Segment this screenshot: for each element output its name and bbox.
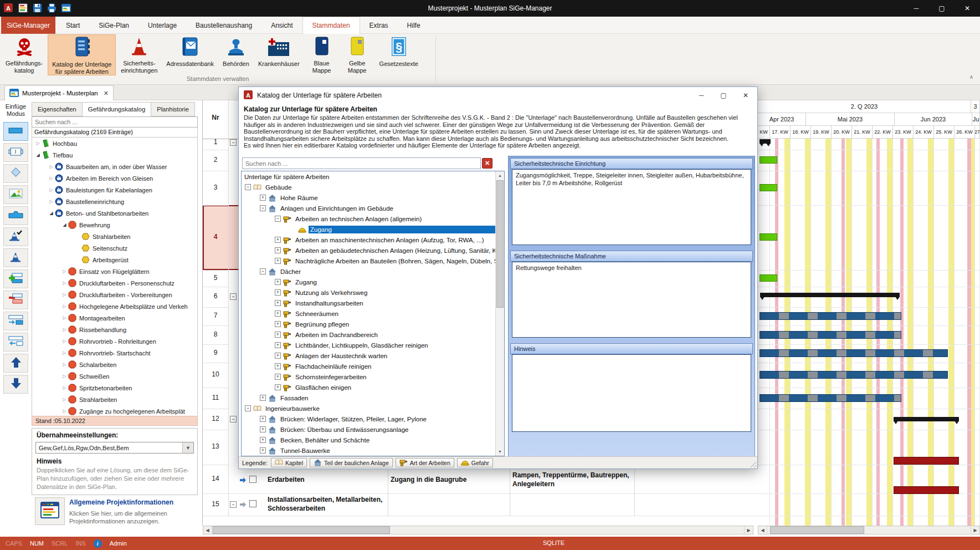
collapsed-icon[interactable]: ▷ <box>48 176 55 181</box>
tree-item-rohrvortrieb-startschacht[interactable]: ▷Rohrvortrieb- Startschacht <box>32 347 197 359</box>
row-collapse-icon[interactable]: − <box>230 293 237 300</box>
tool-bar-button[interactable] <box>3 122 28 141</box>
gantt-bar-seg[interactable] <box>760 371 948 379</box>
expand-icon[interactable]: + <box>275 342 281 348</box>
dialog-tree-item-anlagen-der-haustechnik-warten[interactable]: +Anlagen der Haustechnik warten <box>242 350 495 361</box>
tree-item-beton-und-stahlbetonarbeiten[interactable]: ◢Beton- und Stahlbetonarbeiten <box>32 207 197 219</box>
tree-item-druckluftarbeiten-personenschutz[interactable]: ▷Druckluftarbeiten - Personenschutz <box>32 277 197 289</box>
close-button[interactable]: ✕ <box>955 0 980 17</box>
row-number-6[interactable]: 6 <box>203 292 228 300</box>
tree-item-rissebehandlung[interactable]: ▷Rissebehandlung <box>32 324 197 335</box>
gantt-bar-sum[interactable] <box>894 417 959 421</box>
row-number-12[interactable]: 12 <box>203 415 228 422</box>
ribbon-button-blaue-mappe[interactable]: Blaue Mappe <box>305 34 339 75</box>
tree-item-bauleistungen-für-kabelanlagen[interactable]: ▷Bauleistungen für Kabelanlagen <box>32 184 197 196</box>
tree-item-hochbau[interactable]: ▷Hochbau <box>32 138 197 149</box>
tool-textfield-button[interactable] <box>3 143 28 162</box>
dialog-tree-item-begrünung-pflegen[interactable]: +Begrünung pflegen <box>242 319 495 329</box>
expand-icon[interactable]: + <box>260 447 266 454</box>
dialog-tree-item-becken-behälter-und-schächte[interactable]: +Becken, Behälter und Schächte <box>242 435 495 445</box>
scroll-down-icon[interactable]: ▼ <box>496 447 504 456</box>
tree-item-arbeitsgerüst[interactable]: Arbeitsgerüst <box>32 254 197 266</box>
menu-tab-start[interactable]: Start <box>57 17 89 34</box>
row-collapse-icon[interactable]: − <box>230 139 237 146</box>
dialog-tree-item-fassaden[interactable]: +Fassaden <box>242 393 495 403</box>
gantt-bar-seg[interactable] <box>760 394 901 402</box>
dialog-tree-item-instandhaltungsarbeiten[interactable]: +Instandhaltungsarbeiten <box>242 298 495 308</box>
collapsed-icon[interactable]: ▷ <box>61 362 68 367</box>
row-collapse-icon[interactable]: − <box>230 416 237 422</box>
legend-kapitel[interactable]: Kapitel <box>271 458 307 467</box>
dialog-tree-item-ingenieurbauwerke[interactable]: −Ingenieurbauwerke <box>242 403 495 414</box>
tree-item-strahlarbeiten[interactable]: ▷Strahlarbeiten <box>32 394 197 405</box>
tree-item-rohrvortrieb-rohrleitungen[interactable]: ▷Rohrvortrieb - Rohrleitungen <box>32 335 197 347</box>
row-checkbox[interactable] <box>249 500 256 507</box>
row-checkbox[interactable] <box>249 476 256 483</box>
expand-icon[interactable]: + <box>275 353 281 359</box>
document-tab[interactable]: Musterprojekt - Musterplan ✕ <box>4 85 114 100</box>
tree-item-einsatz-von-flügelglättern[interactable]: ▷Einsatz von Flügelglättern <box>32 266 197 277</box>
ribbon-button-krankenhäuser[interactable]: Krankenhäuser <box>254 34 304 75</box>
tool-cone-button[interactable] <box>3 248 28 267</box>
collapse-icon[interactable]: − <box>245 405 251 411</box>
collapsed-icon[interactable]: ▷ <box>61 281 68 286</box>
dialog-tree-scrollbar[interactable]: ▲ ▼ <box>495 171 504 456</box>
tree-item-tiefbau[interactable]: ◢Tiefbau <box>32 149 197 161</box>
info-icon[interactable]: i <box>94 539 102 548</box>
legend-art-der-arbeiten[interactable]: Art der Arbeiten <box>396 458 454 467</box>
collapsed-icon[interactable]: ▷ <box>61 339 68 344</box>
row-number-15[interactable]: 15 <box>203 500 228 508</box>
menu-tab-sige-manager[interactable]: SiGe-Manager <box>1 17 55 34</box>
dialog-tree-item-arbeiten-an-gebäudetechnischen-anlagen-heizung-lüftung-sanitär-klima-stro[interactable]: +Arbeiten an gebäudetechnischen Anlagen … <box>242 245 495 256</box>
expand-icon[interactable]: + <box>260 195 266 201</box>
menu-tab-unterlage[interactable]: Unterlage <box>138 17 186 34</box>
minimize-button[interactable]: ─ <box>904 0 929 17</box>
catalog-search-input[interactable] <box>32 116 198 128</box>
dialog-tree-item-schneeräumen[interactable]: +Schneeräumen <box>242 308 495 319</box>
expand-icon[interactable]: + <box>275 321 281 327</box>
chevron-down-icon[interactable]: ▼ <box>182 442 193 453</box>
dialog-tree-item-glasflächen-einigen[interactable]: +Glasflächen einigen <box>242 382 495 393</box>
tool-image-button[interactable] <box>3 185 28 204</box>
collapsed-icon[interactable]: ▷ <box>61 327 68 332</box>
scroll-up-icon[interactable]: ▲ <box>496 171 504 180</box>
row-number-11[interactable]: 11 <box>203 394 228 401</box>
collapsed-icon[interactable]: ▷ <box>61 304 68 309</box>
transfer-settings-select[interactable]: Gew,Gef,Lös,Rgw,Odn,Best,Bem ▼ <box>35 442 194 454</box>
tool-bar2-button[interactable] <box>3 206 28 225</box>
expand-icon[interactable]: + <box>275 310 281 317</box>
dialog-tree-item-zugang[interactable]: +Zugang <box>242 277 495 287</box>
expand-icon[interactable]: + <box>260 426 266 432</box>
menu-tab-sige-plan[interactable]: SiGe-Plan <box>89 17 138 34</box>
expand-icon[interactable]: + <box>275 289 281 296</box>
tool-rowadd-button[interactable] <box>3 269 28 288</box>
dialog-tree-item-dächer[interactable]: −Dächer <box>242 266 495 277</box>
dialog-tree-item-gebäude[interactable]: −Gebäude <box>242 182 495 192</box>
row-number-13[interactable]: 13 <box>203 442 228 450</box>
cell-gewerk-15[interactable]: Installationsarbeiten, Metallarbeiten, S… <box>268 495 389 513</box>
dialog-tree-item-arbeiten-an-technischen-anlagen-allgemein[interactable]: −Arbeiten an technischen Anlagen (allgem… <box>242 213 495 224</box>
collapsed-icon[interactable]: ▷ <box>48 199 55 204</box>
tree-item-schweißen[interactable]: ▷Schweißen <box>32 370 197 382</box>
tree-item-spritzbetonarbeiten[interactable]: ▷Spritzbetonarbeiten <box>32 382 197 394</box>
tree-item-bewehrung[interactable]: ◢Bewehrung <box>32 219 197 231</box>
collapsed-icon[interactable]: ▷ <box>61 374 68 379</box>
gantt-bar-green[interactable] <box>760 233 777 241</box>
cell-gewerk-14[interactable]: Erdarbeiten <box>268 475 384 484</box>
dialog-tree-item-schornsteinfegerarbeiten[interactable]: +Schornsteinfegerarbeiten <box>242 371 495 382</box>
scroll-left-icon[interactable]: ◀ <box>758 526 767 534</box>
row-number-8[interactable]: 8 <box>203 330 228 338</box>
cell-loesung-14[interactable]: Rampen, Treppentürme, Bautreppen, Anlege… <box>512 471 633 488</box>
gantt-bar-seg[interactable] <box>760 331 901 339</box>
tool-conecheck-button[interactable] <box>3 227 28 246</box>
tree-item-seitenschutz[interactable]: Seitenschutz <box>32 242 197 254</box>
tab-gefährdungskatalog[interactable]: Gefährdungskatalog <box>83 102 152 116</box>
row-collapse-icon[interactable]: − <box>230 501 237 508</box>
gantt-bar-red[interactable] <box>894 486 959 494</box>
dialog-tree-item-arbeiten-im-dachrandbereich[interactable]: +Arbeiten im Dachrandbereich <box>242 329 495 340</box>
expand-icon[interactable]: + <box>275 237 281 243</box>
dialog-tree-item-arbeiten-an-maschinentechnischen-anlagen-aufzug-tor-rwa[interactable]: +Arbeiten an maschinentechnischen Anlage… <box>242 235 495 245</box>
row-number-2[interactable]: 2 <box>203 156 228 164</box>
dialog-tree-item-nachträgliche-arbeiten-an-bauteilen-bohren-sägen-nageln-dübeln-stempeln[interactable]: +Nachträgliche Arbeiten an Bauteilen (Bo… <box>242 256 495 266</box>
gantt-scrollbar-thumb[interactable] <box>770 526 864 534</box>
